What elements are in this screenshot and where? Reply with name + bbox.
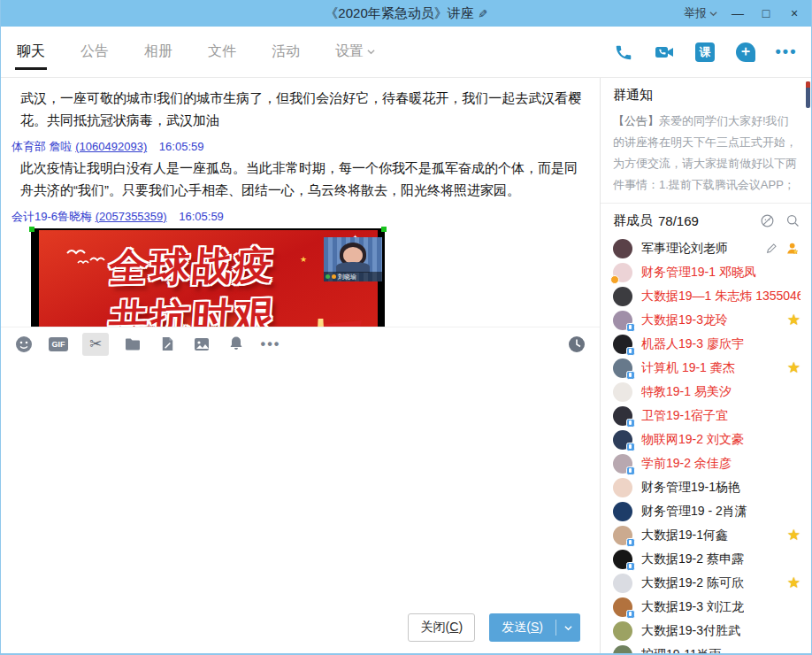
selection-handle xyxy=(29,227,34,232)
maximize-button[interactable]: □ xyxy=(758,6,774,20)
mute-icon[interactable] xyxy=(760,213,775,228)
lecture-screenshot-image[interactable]: ★ ✦ ★ ✦ 全球战疫 共抗时艰 xyxy=(31,228,385,327)
send-image-icon[interactable] xyxy=(191,334,212,355)
gif-icon[interactable]: GIF xyxy=(48,334,69,355)
group-notice-title: 群通知 xyxy=(613,87,799,104)
member-row[interactable]: 大数据19-2 陈可欣 ★ xyxy=(601,571,811,595)
member-name: 学前19-2 余佳彦 xyxy=(641,456,732,472)
class-icon[interactable]: 课 xyxy=(694,42,716,63)
member-row[interactable]: 物联网19-2 刘文豪 ★ xyxy=(601,428,811,451)
close-button[interactable]: × xyxy=(786,6,802,20)
member-row[interactable]: 学前19-2 余佳彦 ★ xyxy=(601,451,811,475)
voice-call-icon[interactable] xyxy=(613,42,634,63)
active-star-badge-icon: ★ xyxy=(787,360,801,375)
tab-chat[interactable]: 聊天 xyxy=(15,30,47,73)
member-name: 财务管理19-1杨艳 xyxy=(641,480,740,496)
send-button[interactable]: 发送(S) xyxy=(489,613,580,642)
member-row[interactable]: 机器人19-3 廖欣宇 ★ xyxy=(601,332,811,356)
slide-title-line1: 全球战疫 xyxy=(39,238,348,296)
member-name: 军事理论刘老师 xyxy=(641,241,728,257)
window-title: 《2020年紧急动员》讲座 xyxy=(325,5,473,20)
active-star-badge-icon: ★ xyxy=(787,528,801,543)
member-row[interactable]: 财务管理19 - 2肖潇 ★ xyxy=(601,499,811,523)
tab-album[interactable]: 相册 xyxy=(142,30,174,73)
mobile-online-badge xyxy=(626,610,635,619)
message-history-clock-icon[interactable] xyxy=(566,334,587,355)
member-name: 大数据19-3龙玲 xyxy=(641,312,728,328)
search-members-icon[interactable] xyxy=(785,213,801,228)
avatar-dot xyxy=(332,274,336,279)
titlebar: 《2020年紧急动员》讲座✎ 举报 — □ × xyxy=(1,0,811,27)
edit-nickname-pencil-icon[interactable] xyxy=(765,242,778,255)
member-row[interactable]: 财务管理19-1杨艳 ★ xyxy=(601,475,811,499)
group-notice-section[interactable]: 群通知 【公告】亲爱的同学们大家好!我们的讲座将在明天下午三点正式开始，为方便交… xyxy=(601,78,811,204)
member-name: 计算机 19-1 龚杰 xyxy=(641,360,735,376)
chevron-down-icon xyxy=(564,624,572,632)
send-options-caret[interactable] xyxy=(556,624,580,632)
report-button[interactable]: 举报 xyxy=(684,5,717,21)
member-name: 物联网19-2 刘文豪 xyxy=(641,432,744,448)
member-name: 大数据19-3付胜武 xyxy=(641,623,740,639)
chat-message-list[interactable]: 武汉，一座可敬的城市!我们的城市生病了，但我们会治好它，待春暖花开，我们一起去武… xyxy=(1,78,600,327)
mobile-online-badge xyxy=(626,419,635,428)
member-name: 护理19-11肖雨 xyxy=(641,647,722,654)
edit-title-icon[interactable]: ✎ xyxy=(476,9,489,19)
footer: 关闭(C) 发送(S) xyxy=(1,602,600,653)
chevron-down-icon xyxy=(709,10,717,18)
tab-settings[interactable]: 设置 xyxy=(333,30,377,73)
sender-line: 体育部 詹啦 (1060492093) 16:05:59 xyxy=(11,139,587,155)
member-row[interactable]: 大数据19—1 朱志炜 13550462967 ★ xyxy=(601,284,811,308)
input-toolbar: GIF ✂ ••• xyxy=(1,327,600,360)
chat-message: 体育部 詹啦 (1060492093) 16:05:59 此次疫情让我明白没有人… xyxy=(11,139,587,201)
mobile-online-badge xyxy=(626,323,635,332)
message-input[interactable] xyxy=(1,360,600,602)
member-name: 卫管19-1宿子宜 xyxy=(641,408,728,424)
member-row[interactable]: 军事理论刘老师 ★ xyxy=(601,236,811,260)
tab-announcement[interactable]: 公告 xyxy=(79,30,111,73)
member-row[interactable]: 财务管理19-1 邓晓凤 ★ xyxy=(601,260,811,284)
document-icon[interactable] xyxy=(157,334,178,355)
mobile-online-badge xyxy=(626,466,635,475)
screenshot-scissors-icon[interactable]: ✂ xyxy=(82,333,109,356)
member-row[interactable]: 大数据19-2 蔡申露 ★ xyxy=(601,547,811,571)
member-row[interactable]: 大数据19-3龙玲 ★ xyxy=(601,308,811,332)
mic-status-dot xyxy=(326,274,330,279)
panel-scrollbar[interactable] xyxy=(805,78,811,653)
member-row[interactable]: 大数据19-3付胜武 ★ xyxy=(601,619,811,643)
avatar xyxy=(613,382,632,402)
tab-activity[interactable]: 活动 xyxy=(270,30,302,73)
more-tools-icon[interactable]: ••• xyxy=(260,334,281,355)
avatar xyxy=(613,502,632,521)
qq-group-chat-window: 《2020年紧急动员》讲座✎ 举报 — □ × 聊天 公告 相册 文件 活动 设… xyxy=(0,0,812,655)
member-name: 财务管理19-1 邓晓凤 xyxy=(641,265,756,281)
message-text: 武汉，一座可敬的城市!我们的城市生病了，但我们会治好它，待春暖花开，我们一起去武… xyxy=(20,87,587,131)
member-list[interactable]: 军事理论刘老师 ★ 财务管理19-1 邓晓凤 ★ 大数据19—1 朱志炜 135… xyxy=(601,236,811,653)
more-icon[interactable]: ••• xyxy=(776,42,797,63)
member-row[interactable]: 护理19-11肖雨 ★ xyxy=(601,643,811,653)
chevron-down-icon xyxy=(367,48,375,56)
member-row[interactable]: 大数据19-3 刘江龙 ★ xyxy=(601,595,811,619)
sender-uid-link[interactable]: (2057355359) xyxy=(96,210,167,223)
member-row[interactable]: 大数据19-1何鑫 ★ xyxy=(601,523,811,547)
webcam-name: 刘晓瑜 xyxy=(338,274,356,280)
chat-column: 武汉，一座可敬的城市!我们的城市生病了，但我们会治好它，待春暖花开，我们一起去武… xyxy=(1,78,601,653)
video-call-icon[interactable] xyxy=(654,42,675,63)
member-row[interactable]: 计算机 19-1 龚杰 ★ xyxy=(601,356,811,380)
add-bubble-icon[interactable]: ＋ xyxy=(735,42,756,63)
emoji-icon[interactable] xyxy=(13,334,34,355)
mobile-online-badge xyxy=(626,443,635,451)
close-chat-button[interactable]: 关闭(C) xyxy=(408,613,475,642)
scrollbar-thumb[interactable] xyxy=(806,81,810,108)
message-alert-bell-icon[interactable] xyxy=(226,334,247,355)
send-file-folder-icon[interactable] xyxy=(122,334,143,355)
member-row[interactable]: 卫管19-1宿子宜 ★ xyxy=(601,404,811,428)
member-row[interactable]: 特教19-1 易美汐 ★ xyxy=(601,380,811,404)
avatar xyxy=(613,574,632,593)
avatar xyxy=(613,239,632,258)
sender-uid-link[interactable]: (1060492093) xyxy=(75,140,147,153)
chat-message: 会计19-6鲁晓梅 (2057355359) 16:05:59 xyxy=(11,209,587,327)
active-star-badge-icon: ★ xyxy=(787,312,801,328)
members-count: 78/169 xyxy=(658,213,699,228)
tab-files[interactable]: 文件 xyxy=(206,30,238,73)
minimize-button[interactable]: — xyxy=(730,6,746,20)
